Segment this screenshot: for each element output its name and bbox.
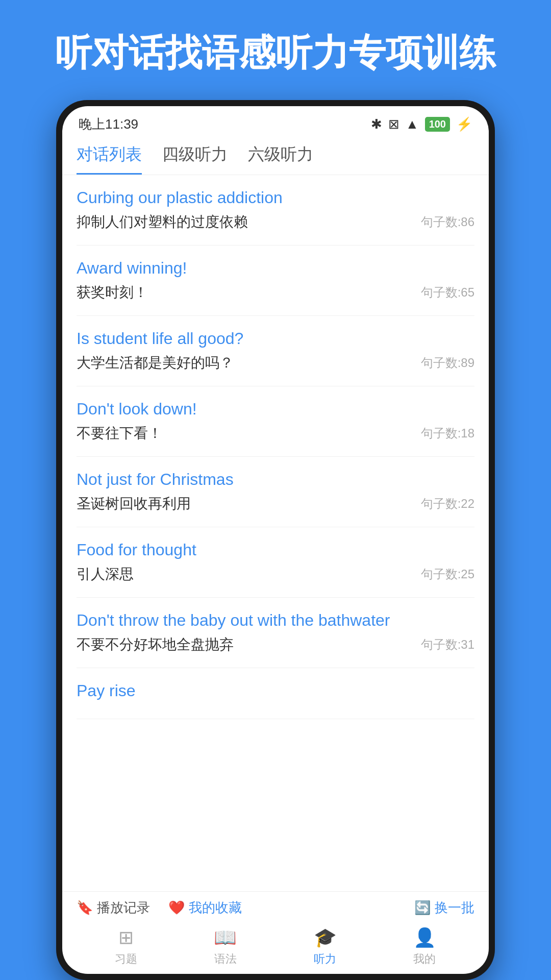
item-subtitle: 不要不分好坏地全盘抛弃 [77,635,234,654]
item-count: 句子数:86 [421,214,474,230]
list-item[interactable]: Don't throw the baby out with the bathwa… [77,598,474,668]
bottom-left-actions: 🔖 播放记录 ❤️ 我的收藏 [77,899,242,917]
bookmark-icon: 🔖 [77,900,93,916]
list-item[interactable]: Pay rise [77,668,474,719]
item-title: Pay rise [77,681,474,700]
listening-icon: 🎓 [314,927,337,948]
refresh-icon: 🔄 [414,900,431,916]
battery-indicator: 100 [425,117,450,132]
phone-frame: 晚上11:39 ✱ ⊠ ▲ 100 ⚡ 对话列表 四级听力 六级听力 Curbi… [56,100,495,980]
exercises-icon: ⊞ [118,927,134,948]
item-title: Award winning! [77,259,474,278]
dialogue-list: Curbing our plastic addiction 抑制人们对塑料的过度… [62,175,489,891]
status-time: 晚上11:39 [79,115,138,133]
charge-icon: ⚡ [456,116,472,132]
history-button[interactable]: 🔖 播放记录 [77,899,150,917]
item-title: Not just for Christmas [77,470,474,489]
item-count: 句子数:25 [421,566,474,582]
exercises-label: 习题 [115,951,137,967]
list-item[interactable]: Award winning! 获奖时刻！ 句子数:65 [77,246,474,316]
item-title: Curbing our plastic addiction [77,188,474,207]
refresh-button[interactable]: 🔄 换一批 [414,899,474,917]
item-subtitle: 圣诞树回收再利用 [77,494,191,513]
grammar-label: 语法 [214,951,237,967]
list-item[interactable]: Don't look down! 不要往下看！ 句子数:18 [77,386,474,457]
item-title: Don't throw the baby out with the bathwa… [77,611,474,630]
item-subtitle: 大学生活都是美好的吗？ [77,353,234,373]
item-title: Is student life all good? [77,329,474,348]
nav-tab-exercises[interactable]: ⊞ 习题 [115,927,137,967]
nav-tabs: ⊞ 习题 📖 语法 🎓 听力 👤 我的 [77,922,474,969]
item-count: 句子数:31 [421,636,474,653]
bottom-bar: 🔖 播放记录 ❤️ 我的收藏 🔄 换一批 ⊞ 习题 [62,891,489,974]
nav-tab-listening[interactable]: 🎓 听力 [314,927,337,967]
list-item[interactable]: Not just for Christmas 圣诞树回收再利用 句子数:22 [77,457,474,527]
item-title: Food for thought [77,541,474,559]
grammar-icon: 📖 [214,927,237,948]
message-icon: ⊠ [388,116,399,132]
item-subtitle: 引人深思 [77,565,134,584]
history-label: 播放记录 [97,899,150,917]
item-count: 句子数:22 [421,496,474,512]
item-subtitle: 获奖时刻！ [77,283,148,302]
listening-label: 听力 [314,951,336,967]
bluetooth-icon: ✱ [371,116,382,132]
status-icons: ✱ ⊠ ▲ 100 ⚡ [371,116,472,132]
list-item[interactable]: Curbing our plastic addiction 抑制人们对塑料的过度… [77,175,474,246]
phone-screen: 晚上11:39 ✱ ⊠ ▲ 100 ⚡ 对话列表 四级听力 六级听力 Curbi… [62,106,489,974]
tab-dialogue-list[interactable]: 对话列表 [77,143,142,175]
bottom-actions: 🔖 播放记录 ❤️ 我的收藏 🔄 换一批 [77,899,474,917]
list-item[interactable]: Is student life all good? 大学生活都是美好的吗？ 句子… [77,316,474,386]
item-subtitle: 不要往下看！ [77,424,162,443]
status-bar: 晚上11:39 ✱ ⊠ ▲ 100 ⚡ [62,106,489,138]
tab-bar: 对话列表 四级听力 六级听力 [62,138,489,175]
nav-tab-grammar[interactable]: 📖 语法 [214,927,237,967]
item-subtitle: 抑制人们对塑料的过度依赖 [77,212,248,232]
item-title: Don't look down! [77,400,474,419]
favorites-button[interactable]: ❤️ 我的收藏 [168,899,242,917]
nav-tab-profile[interactable]: 👤 我的 [413,927,436,967]
item-count: 句子数:65 [421,284,474,301]
item-count: 句子数:89 [421,355,474,371]
profile-icon: 👤 [413,927,436,948]
refresh-label: 换一批 [435,899,474,917]
tab-level6[interactable]: 六级听力 [248,143,313,175]
page-bg-title: 听对话找语感听力专项训练 [35,0,516,100]
favorites-label: 我的收藏 [189,899,242,917]
wifi-icon: ▲ [406,116,419,132]
list-item[interactable]: Food for thought 引人深思 句子数:25 [77,527,474,598]
profile-label: 我的 [413,951,436,967]
heart-icon: ❤️ [168,900,185,916]
item-count: 句子数:18 [421,425,474,442]
tab-level4[interactable]: 四级听力 [162,143,228,175]
